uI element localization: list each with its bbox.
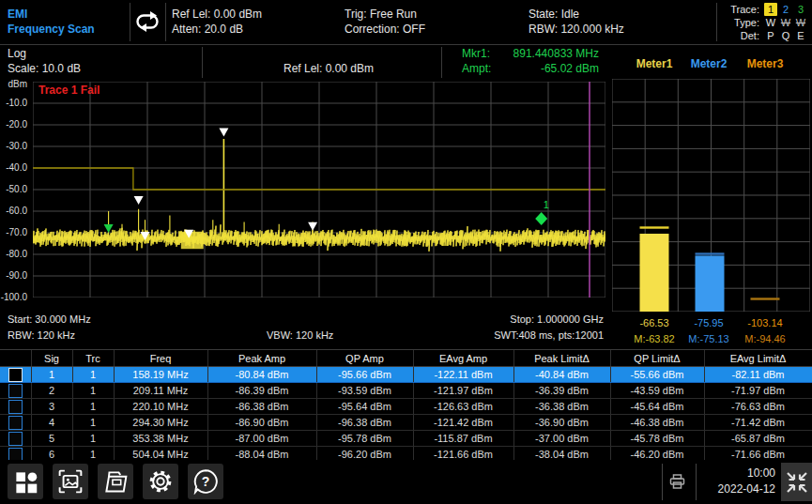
signal-table-cell: -36.39 dBm — [513, 383, 610, 399]
signal-table-cell: -87.00 dBm — [207, 431, 316, 447]
meter-max-value: M:-75.13 — [688, 333, 728, 344]
spectrum-trace-chart: 1 — [33, 82, 605, 298]
signal-table-cell: 4 — [31, 415, 72, 431]
apps-grid-icon — [12, 468, 38, 495]
trace-panel-cell[interactable]: 3 — [794, 3, 807, 16]
clock: 10:00 2022-04-12 — [695, 466, 775, 497]
signal-table-container[interactable]: SigTrcFreqPeak AmpQP AmpEAvg AmpPeak Lim… — [0, 349, 812, 461]
app-title-line2: Frequency Scan — [8, 22, 95, 37]
signal-table-row[interactable]: 51353.38 MHz-87.00 dBm-95.78 dBm-115.87 … — [0, 431, 812, 447]
svg-text:1: 1 — [544, 199, 549, 210]
save-file-button[interactable] — [98, 464, 133, 499]
scale-group[interactable]: Log Scale: 10.0 dB — [8, 46, 81, 76]
signal-table-cell: -86.39 dBm — [207, 383, 316, 399]
marker-amplitude: -65.02 dBm — [541, 61, 599, 76]
ref-level: Ref Lel: 0.00 dBm — [172, 7, 262, 22]
signal-table-row[interactable]: 11158.19 MHz-80.84 dBm-95.66 dBm-122.11 … — [0, 367, 812, 383]
trace-panel-cell[interactable]: Q — [779, 29, 792, 42]
signal-table-cell: 220.10 MHz — [114, 399, 207, 415]
trace-panel-row: Det:PQE — [722, 29, 807, 42]
meter-max-value: M:-63.82 — [634, 333, 674, 344]
spectrum-analyzer-screen: EMI Frequency Scan Ref Lel: 0.00 dBm Att… — [0, 0, 812, 504]
trace-panel-row: Type:WWW — [722, 16, 807, 29]
marker-label: Mkr1: — [462, 46, 490, 61]
signal-checkbox[interactable] — [8, 368, 23, 382]
settings-button[interactable] — [143, 464, 178, 499]
meter-value: -75.95 — [694, 317, 723, 328]
table-column-header: Peak LimitΔ — [513, 350, 610, 367]
trace-panel-row-label: Trace: — [722, 3, 759, 16]
start-frequency: Start: 30.000 MHz — [8, 313, 91, 325]
meter-panel — [612, 79, 810, 312]
trace-panel-cell[interactable]: E — [794, 29, 807, 42]
state-group[interactable]: State: Idle RBW: 120.000 kHz — [529, 7, 624, 37]
trace-panel-cell[interactable]: W — [764, 16, 777, 29]
table-column-header: Peak Amp — [207, 350, 316, 367]
date: 2022-04-12 — [695, 481, 775, 497]
help-icon: ? — [192, 468, 219, 495]
y-axis-labels: dBm-10.0-20.0-30.0-40.0-50.0-60.0-70.0-8… — [0, 82, 29, 299]
signal-table-cell: -71.66 dBm — [704, 447, 812, 462]
apps-menu-button[interactable] — [8, 464, 43, 499]
trigger-group[interactable]: Trig: Free Run Correction: OFF — [345, 7, 425, 37]
signal-table-cell: 1 — [31, 367, 72, 383]
stop-frequency: Stop: 1.000000 GHz — [510, 313, 604, 325]
signal-table-cell: -95.66 dBm — [316, 367, 413, 383]
trace-panel-cell[interactable]: 1 — [764, 3, 777, 16]
signal-table-cell: -95.78 dBm — [316, 431, 413, 447]
collapse-fullscreen-button[interactable] — [781, 463, 812, 501]
signal-table-cell: -121.97 dBm — [413, 383, 513, 399]
signal-checkbox[interactable] — [8, 384, 23, 398]
divider — [716, 3, 717, 41]
y-axis-tick-label: -80.0 — [6, 249, 27, 259]
divider — [130, 3, 130, 41]
signal-checkbox[interactable] — [8, 432, 23, 446]
signal-checkbox[interactable] — [8, 400, 23, 414]
signal-table-cell: 6 — [31, 447, 72, 462]
y-axis-tick-label: -40.0 — [6, 162, 27, 173]
signal-table-row[interactable]: 61504.04 MHz-88.04 dBm-96.20 dBm-121.66 … — [0, 447, 812, 462]
signal-table: SigTrcFreqPeak AmpQP AmpEAvg AmpPeak Lim… — [0, 350, 812, 461]
y-axis-tick-label: -70.0 — [6, 227, 27, 237]
signal-checkbox[interactable] — [8, 448, 23, 462]
signal-table-cell: -38.04 dBm — [513, 447, 610, 462]
signal-table-row[interactable]: 21209.11 MHz-86.39 dBm-93.59 dBm-121.97 … — [0, 383, 812, 399]
meter-label[interactable]: Meter2 — [691, 57, 728, 70]
help-button[interactable]: ? — [188, 464, 223, 499]
signal-table-cell: -55.66 dBm — [610, 367, 704, 383]
trace-panel-cell[interactable]: P — [764, 29, 777, 42]
signal-table-cell: -46.20 dBm — [610, 447, 704, 462]
trace-panel-row-label: Type: — [722, 16, 759, 29]
spectrum-plot[interactable]: 1 Trace 1 Fail — [33, 82, 605, 298]
continuous-sweep-icon[interactable] — [132, 10, 164, 35]
signal-table-cell: 209.11 MHz — [114, 383, 207, 399]
trace-panel-cell[interactable]: W — [779, 16, 792, 29]
amplitude-group[interactable]: Ref Lel: 0.00 dBm Atten: 20.0 dB — [172, 7, 262, 37]
meter-label[interactable]: Meter1 — [636, 57, 673, 70]
signal-table-row[interactable]: 31220.10 MHz-86.38 dBm-95.64 dBm-126.63 … — [0, 399, 812, 415]
y-axis-tick-label: -10.0 — [6, 98, 27, 108]
table-column-header: QP LimitΔ — [610, 350, 704, 367]
screenshot-icon — [57, 468, 84, 495]
table-column-header: EAvg Amp — [413, 350, 513, 367]
y-axis-tick-label: -50.0 — [6, 184, 27, 194]
signal-table-cell: -121.66 dBm — [413, 447, 513, 462]
bottom-toolbar: ? 10:00 2022-04-12 — [0, 460, 812, 504]
signal-checkbox[interactable] — [8, 416, 23, 430]
marker-readout[interactable]: Mkr1: 891.440833 MHz Ampt: -65.02 dBm — [462, 46, 599, 76]
ref-level-display[interactable]: Ref Lel: 0.00 dBm — [216, 61, 441, 76]
sub-status-bar: Log Scale: 10.0 dB Ref Lel: 0.00 dBm Mkr… — [0, 45, 812, 80]
vbw-readout: VBW: 120 kHz — [267, 329, 333, 341]
trace-panel[interactable]: Trace:123Type:WWWDet:PQE — [722, 3, 807, 42]
trace-panel-cell[interactable]: 2 — [779, 3, 792, 16]
screenshot-button[interactable] — [53, 464, 88, 499]
signal-table-row[interactable]: 41294.30 MHz-86.90 dBm-96.38 dBm-121.42 … — [0, 415, 812, 431]
trace-panel-cell[interactable]: W — [794, 16, 807, 29]
signal-table-cell: 353.38 MHz — [114, 431, 207, 447]
signal-table-cell: -86.90 dBm — [207, 415, 316, 431]
divider — [202, 47, 203, 78]
meter-label[interactable]: Meter3 — [747, 57, 784, 70]
y-axis-tick-label: dBm — [8, 79, 27, 89]
signal-table-cell: 504.04 MHz — [114, 447, 207, 462]
signal-table-cell: -71.97 dBm — [704, 383, 812, 399]
